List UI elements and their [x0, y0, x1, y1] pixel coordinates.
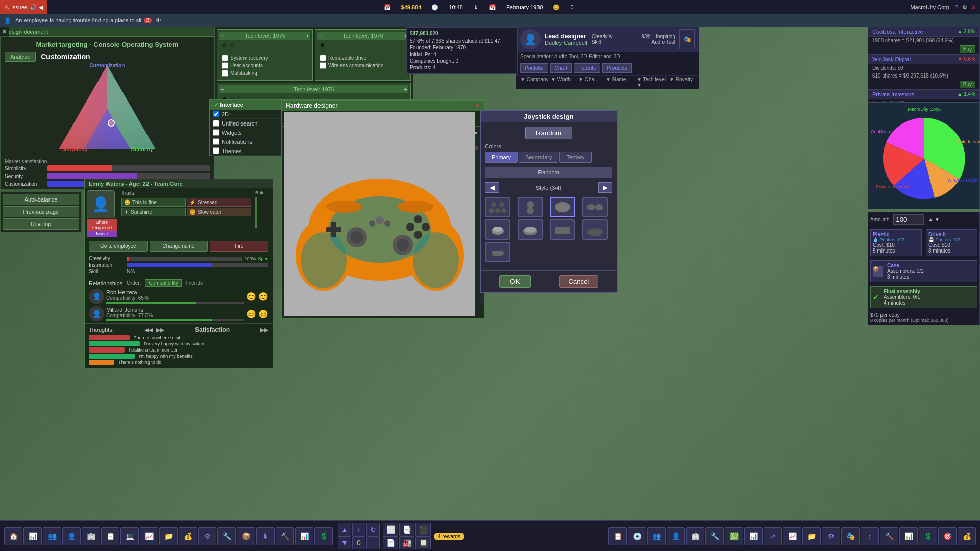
- develop-button[interactable]: Develop: [3, 218, 79, 230]
- toolbar-r18-button[interactable]: 🎯: [938, 527, 957, 545]
- rewards-badge[interactable]: 4 rewards: [434, 533, 464, 540]
- cooljosa-buy-button[interactable]: Buy: [960, 45, 975, 53]
- style-option-5[interactable]: [485, 219, 510, 240]
- move-down-button[interactable]: ▼: [338, 536, 351, 549]
- toolbar-person-button[interactable]: 👥: [43, 527, 61, 545]
- toolbar-down-button[interactable]: ⬇: [256, 527, 275, 545]
- toolbar-graph-button[interactable]: 📈: [140, 527, 158, 545]
- ok-button[interactable]: OK: [499, 275, 530, 288]
- toolbar-r7-button[interactable]: 💹: [725, 527, 743, 545]
- primary-tab[interactable]: Primary: [485, 152, 518, 163]
- multitasking-check[interactable]: [222, 70, 228, 77]
- style-option-2[interactable]: [518, 197, 543, 217]
- style-option-3[interactable]: [550, 197, 575, 217]
- zoom-out-button[interactable]: −: [366, 536, 380, 549]
- tool-1-button[interactable]: ⬜: [383, 523, 398, 536]
- move-up-button[interactable]: ▲: [338, 523, 351, 536]
- toolbar-folder-button[interactable]: 📁: [159, 527, 178, 545]
- go-to-employee-button[interactable]: Go to employee: [89, 241, 148, 252]
- minus-icon-1976[interactable]: −: [318, 33, 322, 39]
- style-option-8[interactable]: [582, 219, 608, 240]
- private-name[interactable]: Private Investors: [872, 91, 914, 97]
- toolbar-r17-button[interactable]: 💲: [919, 527, 937, 545]
- toolbar-r16-button[interactable]: 📊: [899, 527, 918, 545]
- toolbar-r10-button[interactable]: 📈: [783, 527, 801, 545]
- toolbar-doc-button[interactable]: 📋: [101, 527, 119, 545]
- color-triangle[interactable]: Simplicity Security Customization: [56, 63, 158, 155]
- hw-close-icon[interactable]: ✕: [475, 102, 480, 109]
- removable-drive-check[interactable]: [320, 55, 326, 61]
- auto-balance-button[interactable]: Auto-balance: [3, 194, 79, 205]
- hw-minimize-icon[interactable]: —: [465, 102, 471, 109]
- toolbar-user-button[interactable]: 👤: [62, 527, 81, 545]
- analyze-button[interactable]: Analyze: [5, 52, 36, 62]
- toolbar-r12-button[interactable]: ⚙: [822, 527, 840, 545]
- toolbar-r1-button[interactable]: 📋: [608, 527, 627, 545]
- toolbar-home-button[interactable]: 🏠: [4, 527, 22, 545]
- tool-3-button[interactable]: ⬛: [415, 523, 431, 536]
- minus-icon-1976b[interactable]: −: [220, 86, 224, 92]
- wireless-check[interactable]: [320, 62, 326, 69]
- issues-button[interactable]: ⚠ Issues 🔊 ◀: [0, 0, 47, 14]
- toolbar-r11-button[interactable]: 📁: [802, 527, 821, 545]
- style-prev-button[interactable]: ◀: [485, 182, 499, 193]
- friends-tab[interactable]: Friends: [186, 280, 203, 286]
- tool-4-button[interactable]: 📄: [383, 536, 398, 549]
- notifications-iface-check[interactable]: [213, 138, 219, 145]
- style-option-1[interactable]: [485, 197, 510, 217]
- plus-icon-1975[interactable]: +: [306, 33, 309, 39]
- toolbar-gear-button[interactable]: ⚙: [198, 527, 216, 545]
- toolbar-chart2-button[interactable]: 📊: [295, 527, 313, 545]
- amount-down-icon[interactable]: ▼: [935, 217, 940, 222]
- style-option-7[interactable]: [550, 219, 575, 240]
- user-accounts-check[interactable]: [222, 62, 228, 69]
- unified-search-iface-check[interactable]: [213, 120, 219, 127]
- rotate-button[interactable]: ↻: [366, 523, 380, 536]
- toolbar-wrench-button[interactable]: 🔧: [217, 527, 236, 545]
- tool-6-button[interactable]: 🔲: [415, 536, 431, 549]
- toolbar-r2-button[interactable]: 💿: [628, 527, 646, 545]
- color-random-display[interactable]: Random: [485, 167, 612, 178]
- plus-icon-1976b[interactable]: +: [404, 86, 407, 92]
- toolbar-r8-button[interactable]: 📊: [744, 527, 763, 545]
- amount-input[interactable]: [893, 214, 924, 225]
- joystick-random-button[interactable]: Random: [525, 127, 572, 139]
- style-next-button[interactable]: ▶: [598, 182, 612, 193]
- compatibility-tab-button[interactable]: Compatibility: [145, 279, 181, 287]
- toolbar-r14-button[interactable]: ↕: [861, 527, 879, 545]
- style-option-6[interactable]: [518, 219, 543, 240]
- thoughts-forward-icon[interactable]: ▶▶: [156, 327, 164, 333]
- toolbar-r13-button[interactable]: 🎭: [841, 527, 860, 545]
- products-btn[interactable]: Products: [602, 63, 631, 73]
- zoom-in-button[interactable]: +: [352, 523, 365, 536]
- tool-2-button[interactable]: 📑: [399, 523, 414, 536]
- 2d-check[interactable]: [213, 111, 219, 117]
- cooljosa-name[interactable]: CoolJosa Interactive: [872, 29, 923, 35]
- eye-icon[interactable]: 👁: [156, 17, 161, 23]
- fire-button[interactable]: Fire: [210, 241, 268, 252]
- portfolio-btn[interactable]: Portfolio: [520, 63, 548, 73]
- toolbar-r3-button[interactable]: 👥: [647, 527, 666, 545]
- toolbar-hammer-button[interactable]: 🔨: [276, 527, 294, 545]
- toolbar-r15-button[interactable]: 🔨: [880, 527, 898, 545]
- toolbar-r4-button[interactable]: 👤: [667, 527, 685, 545]
- edge-tool-1[interactable]: ⚙: [0, 27, 9, 37]
- toolbar-r19-button[interactable]: 💰: [958, 527, 976, 545]
- thoughts-back-icon[interactable]: ◀◀: [144, 327, 153, 333]
- toolbar-r5-button[interactable]: 🏢: [686, 527, 704, 545]
- tool-5-button[interactable]: 🏭: [399, 536, 414, 549]
- chart-btn[interactable]: Chart: [550, 63, 572, 73]
- toolbar-chart-button[interactable]: 📊: [23, 527, 42, 545]
- settings-icon[interactable]: ⚙: [962, 4, 967, 11]
- winjask-buy-button[interactable]: Buy: [960, 81, 975, 88]
- close-icon[interactable]: ✕: [971, 4, 976, 11]
- patents-btn[interactable]: Patents: [574, 63, 600, 73]
- sat-forward-icon[interactable]: ▶▶: [260, 327, 268, 333]
- toolbar-box-button[interactable]: 📦: [237, 527, 255, 545]
- tertiary-tab[interactable]: Tertiary: [559, 152, 591, 163]
- style-option-4[interactable]: [582, 197, 608, 217]
- toolbar-r6-button[interactable]: 🔧: [705, 527, 724, 545]
- themes-iface-check[interactable]: [213, 147, 219, 154]
- widgets-iface-check[interactable]: [213, 129, 219, 136]
- toolbar-r9-button[interactable]: ↗: [764, 527, 782, 545]
